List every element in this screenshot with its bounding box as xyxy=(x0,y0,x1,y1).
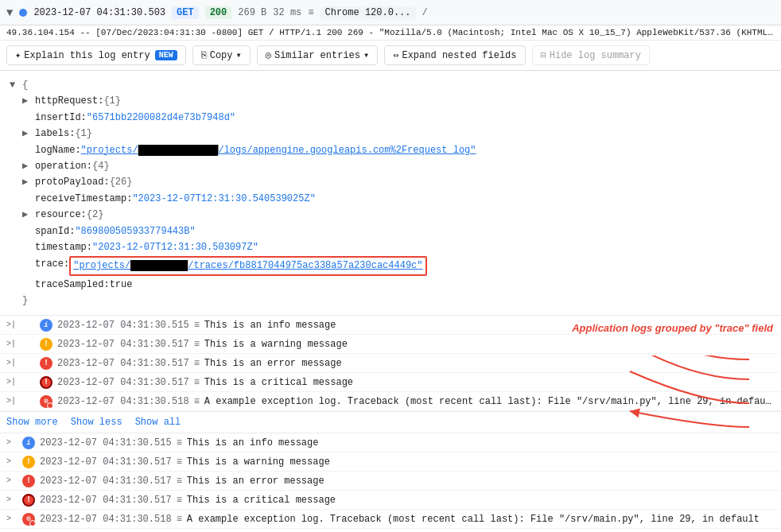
log-row-timestamp: 2023-12-07 04:31:30.517 xyxy=(57,377,189,388)
expand-row-icon[interactable]: >| xyxy=(6,378,17,386)
standalone-log-row: > ! 2023-12-07 04:31:30.517 ≡ This is a … xyxy=(0,491,781,510)
format-icon[interactable]: ≡ xyxy=(194,358,200,369)
expand-label: Expand nested fields xyxy=(402,50,516,61)
show-more-link[interactable]: Show more xyxy=(6,417,58,428)
grouped-log-row: >| ! 2023-12-07 04:31:30.517 ≡ This is a… xyxy=(0,373,781,392)
expand-row-icon[interactable]: > xyxy=(6,457,17,466)
copy-button[interactable]: ⎘ Copy ▾ xyxy=(192,45,251,65)
copy-chevron-icon: ▾ xyxy=(236,49,242,61)
expand-row-icon[interactable]: >| xyxy=(6,397,17,406)
expand-protoPayload-icon[interactable]: ▶ xyxy=(22,174,35,190)
open-brace-arrow[interactable]: ▼ xyxy=(10,77,22,93)
severity-warning-icon: ! xyxy=(40,338,52,351)
log-row-message: A example exception log. Traceback (most… xyxy=(187,514,775,525)
json-field-httpRequest: ▶ httpRequest: {1} xyxy=(10,93,771,109)
grouped-log-row: >| i 2023-12-07 04:31:30.515 ≡ This is a… xyxy=(0,316,781,335)
toolbar: ✦ Explain this log entry NEW ⎘ Copy ▾ ◎ … xyxy=(0,41,781,71)
expand-row-icon[interactable]: > xyxy=(6,438,17,447)
expand-row-icon[interactable]: >| xyxy=(6,320,17,329)
format-icon[interactable]: ≡ xyxy=(177,476,182,487)
log-row-message: This is a warning message xyxy=(204,339,775,350)
explain-icon: ✦ xyxy=(15,49,21,61)
standalone-log-rows: > i 2023-12-07 04:31:30.515 ≡ This is an… xyxy=(0,433,781,529)
grouped-log-row: >| ⊙ 2023-12-07 04:31:30.518 ≡ A example… xyxy=(0,392,781,411)
hide-label: Hide log summary xyxy=(550,50,641,61)
log-row-message: This is an info message xyxy=(204,320,775,331)
json-field-operation: ▶ operation: {4} xyxy=(10,158,771,174)
standalone-log-row: > i 2023-12-07 04:31:30.515 ≡ This is an… xyxy=(0,433,781,452)
log-row-message: This is a critical message xyxy=(204,377,775,388)
severity-critical-icon: ! xyxy=(40,376,52,389)
severity-warning-icon: ! xyxy=(22,456,35,468)
format-icon[interactable]: ≡ xyxy=(194,320,200,331)
response-latency: 32 ms xyxy=(273,7,301,18)
grouped-log-rows: >| i 2023-12-07 04:31:30.515 ≡ This is a… xyxy=(0,316,781,411)
json-field-insertId: insertId: "6571bb2200082d4e73b7948d" xyxy=(10,110,771,126)
show-less-link[interactable]: Show less xyxy=(71,417,122,428)
similar-label: Similar entries xyxy=(274,50,360,61)
format-icon[interactable]: ≡ xyxy=(177,514,182,525)
status-dot xyxy=(19,9,27,17)
hide-icon: ⊟ xyxy=(541,49,546,61)
severity-exception-icon: ⊙ xyxy=(40,395,52,408)
log-row-message: This is a warning message xyxy=(187,456,775,468)
grouped-log-row: >| ! 2023-12-07 04:31:30.517 ≡ This is a… xyxy=(0,335,781,354)
explain-label: Explain this log entry xyxy=(24,50,150,61)
show-links-bar: Show more Show less Show all xyxy=(0,411,781,433)
hide-summary-button[interactable]: ⊟ Hide log summary xyxy=(532,45,650,65)
path: / xyxy=(422,7,428,18)
expand-row-icon[interactable]: > xyxy=(6,495,17,504)
expand-labels-icon[interactable]: ▶ xyxy=(22,126,35,142)
expand-row-icon[interactable]: >| xyxy=(6,359,17,367)
expand-row-icon[interactable]: >| xyxy=(6,340,17,348)
trace-value[interactable]: "projects/██████████/traces/fb8817044975… xyxy=(69,256,426,275)
browser-badge: Chrome 120.0... xyxy=(321,6,416,19)
log-row-timestamp: 2023-12-07 04:31:30.517 xyxy=(40,456,172,468)
format-icon[interactable]: ≡ xyxy=(177,456,182,468)
log-row-timestamp: 2023-12-07 04:31:30.515 xyxy=(40,437,172,449)
copy-icon: ⎘ xyxy=(201,50,207,61)
expand-httpRequest-icon[interactable]: ▶ xyxy=(22,93,35,109)
severity-error-icon: ! xyxy=(40,357,52,370)
log-timestamp: 2023-12-07 04:31:30.503 xyxy=(33,7,165,18)
severity-info-icon: i xyxy=(22,437,35,449)
format-icon[interactable]: ≡ xyxy=(177,495,182,506)
json-field-trace: trace: "projects/██████████/traces/fb881… xyxy=(10,256,771,275)
standalone-log-row: > ! 2023-12-07 04:31:30.517 ≡ This is a … xyxy=(0,452,781,472)
log-row-timestamp: 2023-12-07 04:31:30.518 xyxy=(40,514,172,525)
format-icon[interactable]: ≡ xyxy=(194,339,200,350)
raw-log-line: 49.36.104.154 -- [07/Dec/2023:04:31:30 -… xyxy=(0,25,781,41)
log-row-message: This is an error message xyxy=(204,358,775,369)
grouped-log-row: >| ! 2023-12-07 04:31:30.517 ≡ This is a… xyxy=(0,354,781,373)
format-icon[interactable]: ≡ xyxy=(194,377,200,388)
format-icon[interactable]: ≡ xyxy=(177,437,182,449)
similar-icon: ◎ xyxy=(266,49,271,61)
latency-icon: ≡ xyxy=(308,7,313,18)
log-row-message: A example exception log. Traceback (most… xyxy=(204,396,775,407)
json-field-protoPayload: ▶ protoPayload: {26} xyxy=(10,174,771,190)
json-field-labels: ▶ labels: {1} xyxy=(10,126,771,142)
expand-nested-button[interactable]: ⇔ Expand nested fields xyxy=(384,45,525,65)
http-method-badge: GET xyxy=(172,6,199,19)
format-icon[interactable]: ≡ xyxy=(194,396,200,407)
log-row-timestamp: 2023-12-07 04:31:30.517 xyxy=(40,476,172,487)
log-row-timestamp: 2023-12-07 04:31:30.518 xyxy=(57,396,189,407)
show-all-link[interactable]: Show all xyxy=(135,417,181,428)
http-status-badge: 200 xyxy=(205,6,232,19)
json-field-timestamp: timestamp: "2023-12-07T12:31:30.503097Z" xyxy=(10,239,771,255)
json-field-traceSampled: traceSampled: true xyxy=(10,277,771,293)
expand-row-icon[interactable]: > xyxy=(6,476,17,485)
response-size: 269 B xyxy=(238,7,266,18)
expand-row-icon[interactable]: > xyxy=(6,515,17,523)
json-field-receiveTimestamp: receiveTimestamp: "2023-12-07T12:31:30.5… xyxy=(10,191,771,207)
similar-entries-button[interactable]: ◎ Similar entries ▾ xyxy=(257,45,379,65)
severity-critical-icon: ! xyxy=(22,494,35,507)
expand-resource-icon[interactable]: ▶ xyxy=(22,207,35,223)
explain-button[interactable]: ✦ Explain this log entry NEW xyxy=(6,45,186,65)
grouped-log-section: >| i 2023-12-07 04:31:30.515 ≡ This is a… xyxy=(0,316,781,411)
log-row-timestamp: 2023-12-07 04:31:30.517 xyxy=(57,339,189,350)
standalone-log-row: > ! 2023-12-07 04:31:30.517 ≡ This is an… xyxy=(0,472,781,491)
log-row-timestamp: 2023-12-07 04:31:30.517 xyxy=(40,495,172,506)
collapse-icon[interactable]: ▼ xyxy=(6,6,13,19)
expand-operation-icon[interactable]: ▶ xyxy=(22,158,35,174)
